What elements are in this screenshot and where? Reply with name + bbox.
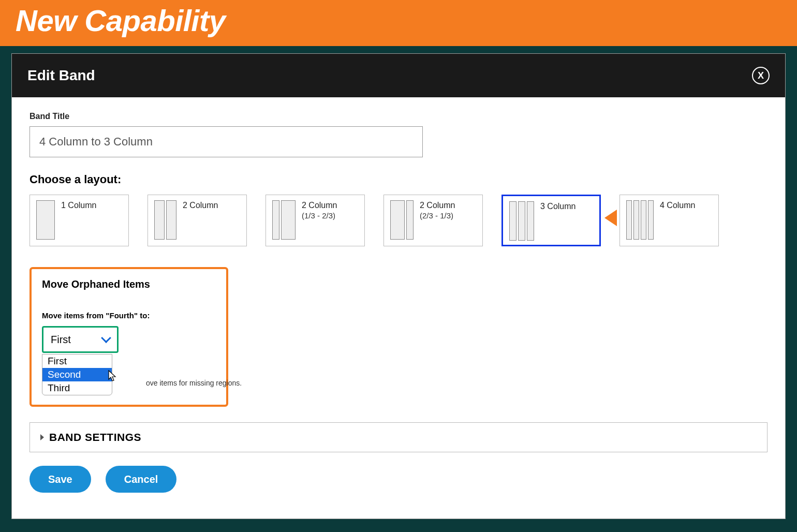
dropdown-value: First [51, 334, 71, 346]
dropdown-option-first[interactable]: First [42, 354, 112, 368]
layout-options-row: 1 Column 2 Column 2 Co [29, 195, 768, 246]
band-title-label: Band Title [29, 112, 768, 121]
arrow-left-icon [604, 210, 617, 226]
layout-option-4-column[interactable]: 4 Column [619, 195, 719, 246]
cancel-button[interactable]: Cancel [106, 466, 177, 493]
orphan-move-label: Move items from "Fourth" to: [42, 311, 219, 320]
dialog-actions: Save Cancel [29, 466, 768, 493]
layout-icon [509, 201, 534, 241]
layout-label: 2 Column [420, 200, 455, 211]
layout-label: 2 Column [183, 200, 218, 211]
dropdown-list: First Second Third [42, 354, 112, 395]
layout-label: 4 Column [660, 200, 695, 211]
layout-icon [154, 200, 176, 240]
page-banner: New Capability [0, 0, 797, 46]
layout-label: 1 Column [61, 200, 96, 211]
layout-icon [36, 200, 55, 240]
orphan-region: Move Orphaned Items Move items from "Fou… [29, 267, 768, 407]
dialog-title: Edit Band [27, 67, 95, 84]
layout-option-1-column[interactable]: 1 Column [29, 195, 129, 246]
band-title-input[interactable] [29, 126, 423, 157]
edit-band-dialog: Edit Band X Band Title Choose a layout: … [11, 53, 786, 519]
orphan-title: Move Orphaned Items [42, 278, 219, 290]
orphan-target-dropdown[interactable]: First First Second Third [42, 326, 119, 353]
cursor-icon [108, 370, 117, 382]
layout-option-3-column[interactable]: 3 Column [501, 195, 601, 246]
layout-option-2-column-1-3[interactable]: 2 Column (1/3 - 2/3) [265, 195, 365, 246]
band-settings-label: BAND SETTINGS [49, 431, 141, 444]
dropdown-option-second[interactable]: Second [42, 368, 112, 381]
layout-sublabel: (1/3 - 2/3) [302, 211, 337, 220]
band-settings-toggle[interactable]: BAND SETTINGS [29, 422, 768, 452]
layout-icon [626, 200, 654, 240]
layout-icon [272, 200, 296, 240]
layout-option-2-column-2-3[interactable]: 2 Column (2/3 - 1/3) [383, 195, 483, 246]
caret-right-icon [40, 434, 44, 440]
dialog-body: Band Title Choose a layout: 1 Column [12, 97, 785, 508]
orphan-hint-text: ove items for missing regions. [146, 379, 242, 387]
chevron-down-icon [101, 333, 111, 343]
banner-title: New Capability [16, 4, 226, 37]
dropdown-option-third[interactable]: Third [42, 381, 112, 395]
save-button[interactable]: Save [29, 466, 91, 493]
layout-icon [390, 200, 414, 240]
layout-label: 3 Column [540, 201, 575, 212]
layout-option-2-column[interactable]: 2 Column [147, 195, 247, 246]
close-button[interactable]: X [752, 67, 770, 84]
choose-layout-label: Choose a layout: [29, 173, 768, 186]
layout-label: 2 Column [302, 200, 337, 211]
dropdown-selected[interactable]: First [42, 326, 119, 353]
close-icon: X [758, 70, 764, 81]
layout-sublabel: (2/3 - 1/3) [420, 211, 455, 220]
dialog-header: Edit Band X [12, 54, 785, 97]
